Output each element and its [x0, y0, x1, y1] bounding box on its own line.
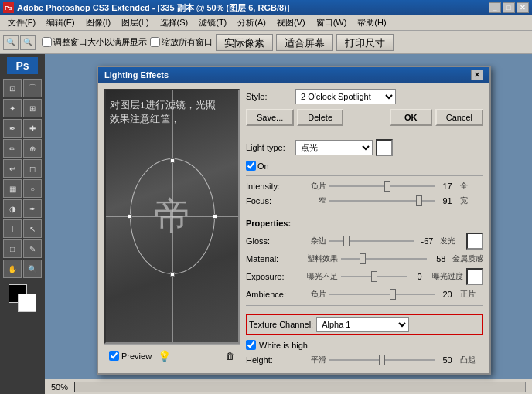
history-tool[interactable]: ↩	[3, 159, 22, 178]
handle-bottom[interactable]	[170, 272, 175, 277]
intensity-track	[329, 185, 435, 187]
ambience-track	[329, 294, 435, 295]
delete-button[interactable]: Delete	[297, 109, 343, 126]
background-swatch[interactable]	[18, 294, 36, 312]
menu-select[interactable]: 选择(S)	[155, 15, 193, 30]
exposure-thumb[interactable]	[371, 271, 377, 282]
material-thumb[interactable]	[360, 253, 366, 264]
handle-left[interactable]	[128, 214, 132, 219]
dodge-tool[interactable]: ◑	[3, 199, 22, 218]
spacer	[346, 109, 387, 126]
cancel-button[interactable]: Cancel	[435, 109, 483, 126]
marquee-tool[interactable]: ⊡	[3, 79, 22, 97]
preview-bottom: Preview 💡 🗑	[104, 344, 240, 367]
menu-window[interactable]: 窗口(W)	[312, 15, 352, 30]
pen-tool[interactable]: ✒	[23, 199, 42, 218]
bulb-icon: 💡	[158, 350, 171, 362]
menu-help[interactable]: 帮助(H)	[353, 15, 390, 30]
gloss-swatch[interactable]	[466, 233, 483, 250]
stamp-tool[interactable]: ⊕	[23, 139, 42, 158]
preview-character: 帝	[154, 192, 191, 241]
properties-label: Properties:	[246, 219, 291, 228]
focus-thumb[interactable]	[416, 195, 422, 206]
menu-image[interactable]: 图像(I)	[81, 15, 115, 30]
blur-tool[interactable]: ○	[23, 179, 42, 198]
quick-select-tool[interactable]: ✦	[3, 99, 22, 117]
zoom-out-btn[interactable]: 🔍	[3, 35, 19, 50]
light-color-swatch[interactable]	[376, 139, 393, 156]
dialog-title-text: Lighting Effects	[104, 70, 169, 80]
trash-icon[interactable]: 🗑	[226, 351, 235, 362]
dialog-title-bar: Lighting Effects ✕	[98, 67, 489, 83]
crop-tool[interactable]: ⊞	[23, 99, 42, 117]
texture-channel-label: Texture Channel:	[249, 320, 313, 329]
text-tool[interactable]: T	[3, 219, 22, 238]
texture-channel-select[interactable]: Alpha 1	[316, 317, 409, 332]
zoom-tool[interactable]: 🔍	[23, 260, 42, 278]
white-is-high-checkbox[interactable]	[246, 340, 256, 350]
close-button[interactable]: ✕	[517, 2, 529, 13]
lasso-tool[interactable]: ⌒	[23, 79, 42, 97]
healing-tool[interactable]: ✚	[23, 119, 42, 138]
ambience-thumb[interactable]	[390, 289, 396, 300]
focus-row: Focus: 窄 91 宽	[246, 195, 483, 206]
exposure-swatch[interactable]	[466, 268, 483, 285]
handle-top[interactable]	[170, 158, 175, 163]
menu-analyze[interactable]: 分析(A)	[233, 15, 271, 30]
gradient-tool[interactable]: ▦	[3, 179, 22, 198]
light-type-select[interactable]: 点光	[295, 140, 373, 155]
shape-tool[interactable]: □	[3, 239, 22, 258]
print-size-button[interactable]: 打印尺寸	[336, 34, 394, 51]
gloss-left: 杂边	[303, 236, 326, 246]
intensity-value: 17	[438, 182, 457, 191]
tool-pair-1: ⊡ ⌒	[3, 79, 42, 97]
tool-pair-7: ◑ ✒	[3, 199, 42, 218]
brush-tool[interactable]: ✏	[3, 139, 22, 158]
minimize-button[interactable]: _	[489, 2, 501, 13]
hand-tool[interactable]: ✋	[3, 260, 22, 278]
menu-view[interactable]: 视图(V)	[272, 15, 310, 30]
gloss-thumb[interactable]	[343, 236, 350, 246]
zoom-all-checkbox[interactable]	[150, 37, 160, 47]
menu-filter[interactable]: 滤镜(T)	[194, 15, 231, 30]
path-select-tool[interactable]: ↖	[23, 219, 42, 238]
material-slider[interactable]	[341, 253, 427, 264]
notes-tool[interactable]: ✎	[23, 239, 42, 258]
adjust-window-label: 调整窗口大小以满屏显示	[42, 36, 147, 48]
zoom-level: 50%	[51, 382, 68, 392]
height-thumb[interactable]	[379, 355, 385, 365]
menu-edit[interactable]: 编辑(E)	[42, 15, 80, 30]
save-button[interactable]: Save...	[246, 109, 294, 126]
intensity-slider[interactable]	[329, 181, 435, 192]
app-icon: Ps	[3, 2, 14, 13]
menu-layer[interactable]: 图层(L)	[117, 15, 153, 30]
ambience-value: 20	[438, 290, 457, 299]
lighting-effects-dialog: Lighting Effects ✕ 帝 对图层1进行滤镜，光照效果注意红筐，	[97, 66, 491, 375]
eyedropper-tool[interactable]: ✒	[3, 119, 22, 138]
ambience-slider[interactable]	[329, 289, 435, 300]
fit-screen-button[interactable]: 适合屏幕	[276, 34, 333, 51]
ambience-row: Ambience: 负片 20 正片	[246, 289, 483, 300]
menu-file[interactable]: 文件(F)	[3, 15, 40, 30]
ok-button[interactable]: OK	[390, 109, 432, 126]
color-swatches	[9, 284, 36, 312]
dialog-close-button[interactable]: ✕	[471, 70, 483, 80]
actual-pixels-button[interactable]: 实际像素	[216, 34, 273, 51]
tool-pair-4: ✏ ⊕	[3, 139, 42, 158]
preview-checkbox[interactable]	[109, 351, 119, 361]
exposure-slider[interactable]	[341, 271, 407, 282]
focus-slider[interactable]	[329, 195, 435, 206]
gloss-slider[interactable]	[329, 236, 414, 246]
handle-right[interactable]	[213, 214, 217, 219]
tool-pair-5: ↩ ◻	[3, 159, 42, 178]
zoom-in-btn[interactable]: 🔍	[20, 35, 36, 50]
maximize-button[interactable]: □	[503, 2, 515, 13]
on-checkbox[interactable]	[246, 161, 256, 171]
height-slider[interactable]	[329, 355, 435, 365]
eraser-tool[interactable]: ◻	[23, 159, 42, 178]
style-select[interactable]: 2 O'clock Spotlight	[295, 89, 396, 104]
adjust-window-checkbox[interactable]	[42, 37, 52, 47]
intensity-thumb[interactable]	[384, 181, 390, 192]
menu-bar: 文件(F) 编辑(E) 图像(I) 图层(L) 选择(S) 滤镜(T) 分析(A…	[0, 15, 532, 31]
scroll-bar[interactable]	[74, 382, 526, 392]
